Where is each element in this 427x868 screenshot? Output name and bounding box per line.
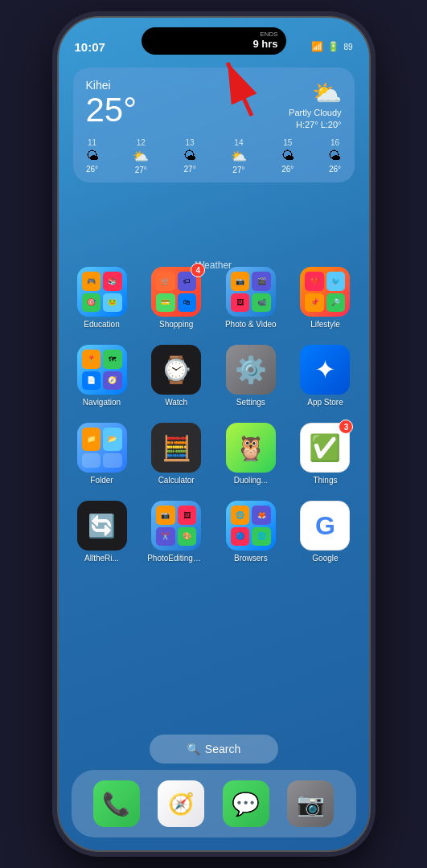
camera-icon: 📷 (297, 791, 325, 817)
battery-icon: 🔋 (327, 41, 339, 52)
wifi-icon: 📶 (311, 41, 323, 52)
things-badge: 3 (339, 420, 353, 434)
app-google[interactable]: G Google (296, 501, 354, 563)
forecast-icon: ⛅ (133, 149, 149, 164)
app-education[interactable]: 🎮 📚 🎯 🐸 Education (73, 267, 131, 329)
phone-frame: 10:07 📶 🔋 89 ☂ ENDS 9 hrs (57, 16, 371, 852)
di-left-content: ☂ (150, 35, 160, 47)
safari-icon: 🧭 (168, 792, 194, 817)
dock: 📞 🧭 💬 📷 (72, 770, 356, 837)
forecast-temp: 26° (329, 165, 341, 174)
forecast-icon: ⛅ (231, 149, 247, 164)
app-row-3: 📁 📂 Folder 🧮 Calculator 🦉 (73, 423, 355, 485)
browsers-icon[interactable]: 🌐 🦊 🔵 🌐 (226, 501, 276, 551)
education-icon[interactable]: 🎮 📚 🎯 🐸 (77, 267, 127, 317)
app-row-4: 🔄 AlltheRi... 📷 🖼 ✂️ 🎨 PhotoEditingSh... (73, 501, 355, 563)
search-label: Search (205, 743, 240, 755)
weather-condition-icon: ⛅ (289, 79, 341, 107)
photoediting-label: PhotoEditingSh... (147, 554, 205, 563)
folder-label: Folder (90, 476, 113, 485)
photo-video-icon[interactable]: 📷 🎬 🖼 📹 (226, 267, 276, 317)
shopping-label: Shopping (159, 320, 193, 329)
dock-messages[interactable]: 💬 (223, 780, 269, 827)
folder-icon[interactable]: 📁 📂 (77, 423, 127, 473)
google-icon[interactable]: G (300, 501, 350, 551)
app-settings[interactable]: ⚙️ Settings (222, 345, 280, 407)
app-lifestyle[interactable]: ❤️ 🐦 📌 🔎 Lifestyle (296, 267, 354, 329)
forecast-icon: 🌤 (281, 149, 294, 163)
forecast-day-2: 12 ⛅ 27° (133, 138, 149, 174)
google-label: Google (312, 554, 338, 563)
photo-video-label: Photo & Video (225, 320, 277, 329)
forecast-temp: 26° (86, 165, 98, 174)
app-alltheri[interactable]: 🔄 AlltheRi... (73, 501, 131, 563)
things-icon[interactable]: 3 ✅ (300, 423, 350, 473)
di-hours: 9 hrs (253, 38, 277, 51)
forecast-day-5: 15 🌤 26° (281, 138, 294, 174)
forecast-temp: 26° (281, 165, 294, 174)
settings-icon[interactable]: ⚙️ (226, 345, 276, 395)
messages-icon: 💬 (232, 791, 260, 817)
photoediting-icon[interactable]: 📷 🖼 ✂️ 🎨 (151, 501, 201, 551)
lifestyle-icon[interactable]: ❤️ 🐦 📌 🔎 (300, 267, 350, 317)
app-photoediting[interactable]: 📷 🖼 ✂️ 🎨 PhotoEditingSh... (147, 501, 205, 563)
app-navigation[interactable]: 📍 🗺 📄 🧭 Navigation (73, 345, 131, 407)
phone-icon: 📞 (102, 791, 130, 817)
forecast-date: 12 (137, 138, 146, 147)
forecast-temp: 27° (184, 165, 196, 174)
dock-camera[interactable]: 📷 (287, 780, 334, 827)
forecast-date: 11 (88, 138, 96, 147)
app-watch[interactable]: ⌚ Watch (147, 345, 205, 407)
alltheri-icon[interactable]: 🔄 (77, 501, 127, 551)
forecast-day-3: 13 🌤 27° (183, 138, 196, 174)
umbrella-icon: ☂ (150, 35, 160, 47)
weather-right: ⛅ Partly CloudyH:27° L:20° (289, 79, 341, 132)
navigation-icon[interactable]: 📍 🗺 📄 🧭 (77, 345, 127, 395)
app-folder[interactable]: 📁 📂 Folder (73, 423, 131, 485)
app-appstore[interactable]: ✦ App Store (296, 345, 354, 407)
app-row-2: 📍 🗺 📄 🧭 Navigation ⌚ Watch ⚙️ (73, 345, 355, 407)
education-label: Education (84, 320, 119, 329)
dock-phone[interactable]: 📞 (93, 780, 140, 827)
forecast-icon: 🌤 (183, 149, 196, 163)
forecast-icon: 🌤 (328, 149, 341, 163)
shopping-icon[interactable]: 4 🛒 🏷 💳 🛍 (151, 267, 201, 317)
browsers-label: Browsers (234, 554, 268, 563)
status-icons: 📶 🔋 89 (311, 41, 352, 52)
weather-widget[interactable]: Kihei 25° ⛅ Partly CloudyH:27° L:20° 11 … (73, 68, 355, 182)
app-row-1: 🎮 📚 🎯 🐸 Education 4 🛒 🏷 💳 🛍 (73, 267, 355, 329)
lifestyle-label: Lifestyle (310, 320, 340, 329)
app-duolingo[interactable]: 🦉 Duoling... (222, 423, 280, 485)
weather-top: Kihei 25° ⛅ Partly CloudyH:27° L:20° (86, 79, 342, 132)
settings-label: Settings (236, 398, 265, 407)
weather-temp: 25° (86, 92, 138, 129)
forecast-day-6: 16 🌤 26° (328, 138, 341, 174)
search-bar[interactable]: 🔍 Search (150, 735, 278, 764)
app-calculator[interactable]: 🧮 Calculator (147, 423, 205, 485)
forecast-date: 13 (186, 138, 195, 147)
di-right-content: ENDS 9 hrs (253, 31, 277, 51)
forecast-icon: 🌤 (86, 149, 99, 163)
calculator-icon[interactable]: 🧮 (151, 423, 201, 473)
appstore-label: App Store (307, 398, 343, 407)
duolingo-label: Duoling... (234, 476, 268, 485)
forecast-day-4: 14 ⛅ 27° (231, 138, 247, 174)
duolingo-icon[interactable]: 🦉 (226, 423, 276, 473)
weather-city: Kihei (86, 79, 138, 92)
shopping-badge: 4 (191, 263, 205, 277)
forecast-day-1: 11 🌤 26° (86, 138, 99, 174)
app-things[interactable]: 3 ✅ Things (296, 423, 354, 485)
weather-description: Partly CloudyH:27° L:20° (289, 107, 341, 132)
watch-label: Watch (165, 398, 187, 407)
app-photo-video[interactable]: 📷 🎬 🖼 📹 Photo & Video (222, 267, 280, 329)
dock-safari[interactable]: 🧭 (158, 780, 204, 827)
forecast-temp: 27° (135, 166, 147, 174)
forecast-date: 15 (283, 138, 292, 147)
appstore-icon[interactable]: ✦ (300, 345, 350, 395)
weather-left: Kihei 25° (86, 79, 138, 129)
app-shopping[interactable]: 4 🛒 🏷 💳 🛍 Shopping (147, 267, 205, 329)
watch-icon[interactable]: ⌚ (151, 345, 201, 395)
calculator-label: Calculator (158, 476, 195, 485)
app-browsers[interactable]: 🌐 🦊 🔵 🌐 Browsers (222, 501, 280, 563)
forecast-date: 16 (331, 138, 339, 147)
